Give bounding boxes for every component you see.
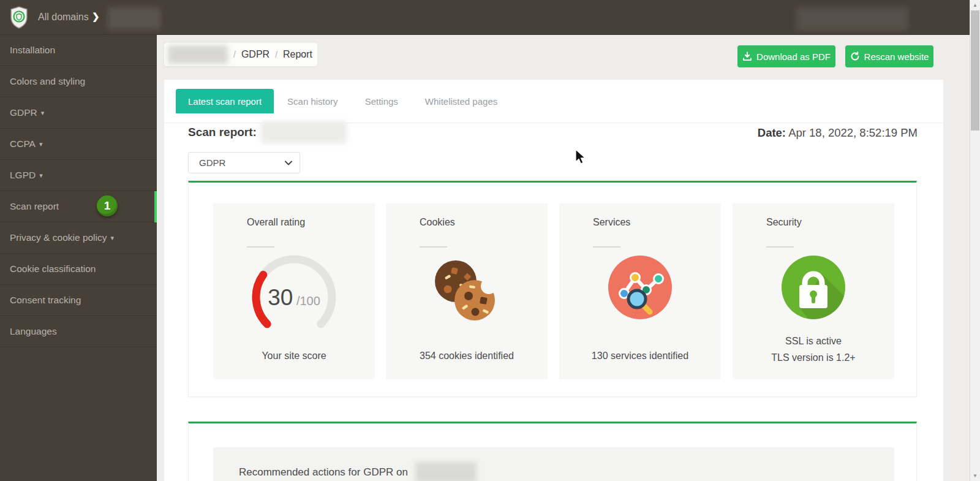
redacted-site-name	[261, 121, 347, 143]
caret-down-icon: ▾	[39, 172, 43, 180]
sidebar-item-privacy-cookie-policy[interactable]: Privacy & cookie policy▾	[0, 222, 157, 254]
caret-down-icon: ▾	[41, 109, 45, 117]
card-caption: 130 services identified	[559, 350, 721, 362]
sidebar-item-languages[interactable]: Languages	[0, 316, 157, 347]
scroll-up-arrow-icon[interactable]: ▲	[970, 0, 980, 10]
cookies-icon	[431, 256, 502, 327]
law-select[interactable]: GDPR	[188, 152, 300, 173]
sidebar-item-colors-and-styling[interactable]: Colors and styling	[0, 66, 157, 97]
redacted-account-menu[interactable]	[796, 7, 908, 31]
cookies-card: Cookies	[386, 203, 548, 379]
sidebar-item-scan-report[interactable]: Scan report 1	[0, 191, 157, 222]
services-card: Services 13	[559, 203, 721, 379]
card-title: Services	[593, 217, 630, 228]
scan-summary-panel: Overall rating 30 /100 Your site score C…	[188, 181, 917, 397]
date-label: Date:	[758, 126, 786, 139]
ssl-status: SSL is active	[733, 336, 894, 347]
tab-whitelisted-pages[interactable]: Whitelisted pages	[412, 89, 511, 113]
sidebar-item-lgpd[interactable]: LGPD▾	[0, 160, 157, 191]
breadcrumb-report[interactable]: Report	[283, 49, 312, 60]
recommended-actions-panel: Recommended actions for GDPR on	[188, 422, 917, 481]
recommended-actions-header: Recommended actions for GDPR on	[213, 447, 894, 481]
recommended-actions-title: Recommended actions for GDPR on	[239, 462, 477, 481]
redacted-domain-name	[108, 7, 160, 29]
caret-down-icon: ▾	[111, 234, 115, 242]
sidebar-item-gdpr[interactable]: GDPR▾	[0, 97, 157, 129]
overall-rating-card: Overall rating 30 /100 Your site score	[213, 203, 375, 379]
shield-logo-icon	[10, 6, 28, 29]
refresh-icon	[850, 51, 860, 61]
tab-settings[interactable]: Settings	[352, 89, 412, 113]
sidebar-item-installation[interactable]: Installation	[0, 35, 157, 66]
caret-down-icon: ▾	[39, 140, 43, 148]
redacted-domain-name	[415, 462, 477, 481]
app-screen: All domains ❯ Installation Colors and st…	[0, 0, 980, 481]
topbar: All domains ❯	[0, 0, 970, 35]
download-pdf-button[interactable]: Download as PDF	[737, 45, 835, 67]
divider	[420, 246, 447, 248]
all-domains-link[interactable]: All domains	[38, 12, 89, 23]
scroll-down-arrow-icon[interactable]: ▼	[970, 471, 980, 481]
card-caption: 354 cookies identified	[386, 350, 548, 362]
ssl-lock-icon	[782, 256, 845, 319]
chevron-down-icon	[285, 161, 292, 165]
scan-date: Date: Apr 18, 2022, 8:52:19 PM	[758, 126, 918, 140]
breadcrumb: / GDPR / Report	[164, 43, 317, 66]
card-title: Security	[766, 217, 802, 228]
services-icon	[608, 256, 672, 319]
mouse-cursor	[575, 149, 589, 166]
active-item-indicator	[154, 191, 157, 222]
svg-text:30 /100: 30 /100	[268, 285, 320, 310]
score-value: 30	[268, 285, 293, 310]
browser-scrollbar[interactable]: ▲ ▼	[970, 0, 980, 481]
tab-bar: Latest scan report Scan history Settings…	[176, 89, 943, 113]
sidebar: Installation Colors and styling GDPR▾ CC…	[0, 35, 157, 481]
sidebar-item-cookie-classification[interactable]: Cookie classification	[0, 254, 157, 285]
rescan-website-button[interactable]: Rescan website	[845, 45, 933, 67]
scrollbar-thumb[interactable]	[971, 10, 979, 131]
annotation-badge-1: 1	[97, 195, 118, 216]
chevron-right-icon: ❯	[92, 11, 100, 22]
tls-status: TLS version is 1.2+	[733, 352, 894, 363]
tab-latest-scan-report[interactable]: Latest scan report	[176, 89, 274, 113]
sidebar-item-ccpa[interactable]: CCPA▾	[0, 129, 157, 160]
breadcrumb-separator: /	[233, 50, 236, 59]
score-gauge: 30 /100	[248, 251, 340, 343]
page-title: Scan report:	[188, 126, 257, 139]
download-icon	[742, 51, 752, 61]
redacted-breadcrumb-domain	[168, 45, 228, 64]
divider	[247, 246, 274, 248]
score-max: /100	[293, 294, 320, 308]
security-card: Security SSL is active	[733, 203, 894, 379]
divider	[593, 246, 620, 248]
report-container: Latest scan report Scan history Settings…	[164, 80, 943, 481]
card-caption: Your site score	[213, 350, 375, 362]
sidebar-item-consent-tracking[interactable]: Consent tracking	[0, 285, 157, 316]
breadcrumb-separator: /	[275, 50, 277, 59]
card-title: Overall rating	[247, 217, 305, 228]
main-content: / GDPR / Report Download as PDF Rescan w…	[157, 35, 970, 481]
breadcrumb-gdpr[interactable]: GDPR	[241, 49, 270, 60]
card-title: Cookies	[420, 217, 455, 228]
tab-scan-history[interactable]: Scan history	[274, 89, 352, 113]
divider	[766, 246, 794, 248]
